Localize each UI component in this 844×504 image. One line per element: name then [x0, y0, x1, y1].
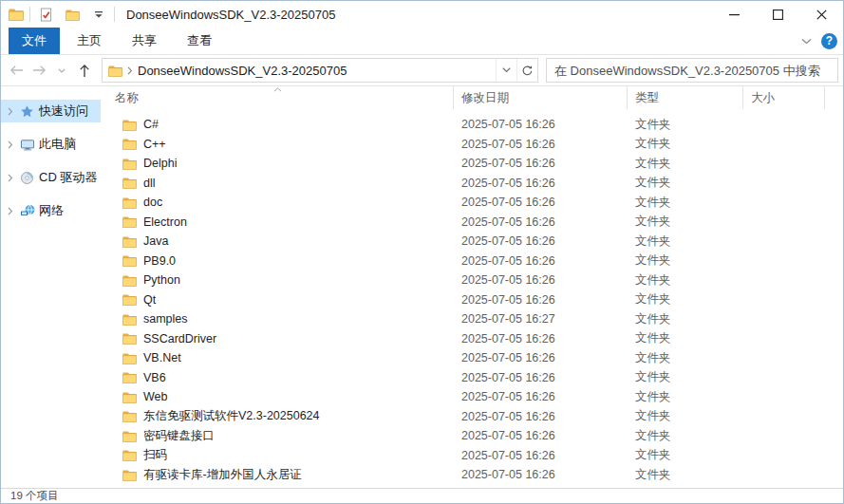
folder-icon	[122, 254, 137, 267]
expand-chevron-icon[interactable]	[6, 174, 15, 182]
network-icon	[19, 203, 35, 219]
sidebar-item[interactable]: 网络	[1, 199, 101, 222]
search-input[interactable]	[547, 64, 837, 78]
file-name: 密码键盘接口	[143, 428, 215, 444]
sidebar-item[interactable]: 此电脑	[1, 133, 101, 156]
folder-icon	[122, 215, 137, 228]
table-row[interactable]: Electron 2025-07-05 16:26 文件夹	[107, 213, 843, 233]
new-folder-icon[interactable]	[63, 5, 82, 24]
minimize-button[interactable]	[712, 1, 756, 28]
folder-icon	[122, 332, 137, 345]
folder-icon	[122, 449, 137, 461]
file-type: 文件夹	[628, 195, 743, 211]
file-rows: C# 2025-07-05 16:26 文件夹 C++ 2025-07-05 1…	[107, 109, 843, 488]
up-button[interactable]	[73, 59, 96, 82]
table-row[interactable]: doc 2025-07-05 16:26 文件夹	[107, 193, 843, 213]
this-pc-icon	[19, 137, 35, 153]
back-button[interactable]	[5, 59, 28, 82]
file-name: VB.Net	[143, 351, 181, 364]
titlebar-separator	[29, 7, 30, 22]
file-type: 文件夹	[628, 369, 743, 385]
sidebar-item[interactable]: CD 驱动器	[1, 166, 101, 189]
table-row[interactable]: PB9.0 2025-07-05 16:26 文件夹	[107, 252, 843, 271]
maximize-button[interactable]	[756, 1, 799, 28]
file-date-modified: 2025-07-05 16:26	[454, 468, 628, 481]
file-type: 文件夹	[628, 291, 743, 308]
folder-icon	[122, 235, 137, 248]
table-row[interactable]: Qt 2025-07-05 16:26 文件夹	[107, 290, 843, 310]
sidebar-item[interactable]: 快速访问	[1, 100, 101, 122]
table-row[interactable]: Delphi 2025-07-05 16:26 文件夹	[107, 154, 843, 174]
table-row[interactable]: SSCardDriver 2025-07-05 16:26 文件夹	[107, 329, 843, 349]
file-name: Java	[143, 234, 168, 248]
folder-icon	[122, 313, 137, 326]
title-bar: DonseeWindowsSDK_V2.3-20250705	[1, 1, 843, 28]
forward-button[interactable]	[28, 59, 50, 82]
file-type: 文件夹	[628, 156, 743, 172]
table-row[interactable]: VB6 2025-07-05 16:26 文件夹	[107, 368, 843, 388]
file-name: SSCardDriver	[143, 332, 216, 345]
properties-icon[interactable]	[36, 5, 55, 24]
table-row[interactable]: Python 2025-07-05 16:26 文件夹	[107, 271, 843, 290]
breadcrumb-folder-icon	[108, 65, 122, 77]
breadcrumb-segment[interactable]: DonseeWindowsSDK_V2.3-20250705	[138, 64, 347, 78]
file-type: 文件夹	[628, 428, 743, 444]
tab-file[interactable]: 文件	[9, 28, 60, 54]
file-date-modified: 2025-07-05 16:26	[454, 449, 628, 462]
explorer-window: DonseeWindowsSDK_V2.3-20250705 文件主页共享查看 …	[0, 0, 844, 504]
file-name: Electron	[143, 215, 187, 229]
table-row[interactable]: C# 2025-07-05 16:26 文件夹	[107, 115, 843, 135]
column-header-date[interactable]: 修改日期	[454, 86, 628, 109]
file-type: 文件夹	[628, 330, 743, 346]
file-date-modified: 2025-07-05 16:27	[454, 312, 628, 326]
folder-icon	[122, 430, 137, 442]
file-type: 文件夹	[628, 136, 743, 152]
file-name: Qt	[143, 293, 156, 307]
file-date-modified: 2025-07-05 16:26	[454, 118, 628, 131]
table-row[interactable]: 密码键盘接口 2025-07-05 16:26 文件夹	[107, 426, 843, 446]
file-type: 文件夹	[628, 467, 743, 483]
file-date-modified: 2025-07-05 16:26	[454, 351, 628, 364]
expand-chevron-icon[interactable]	[6, 107, 15, 116]
tab-view[interactable]: 查看	[174, 28, 225, 54]
file-name: PB9.0	[143, 254, 176, 268]
sidebar-item-label: 网络	[39, 202, 64, 219]
help-icon[interactable]: ?	[821, 33, 837, 49]
file-type: 文件夹	[628, 447, 743, 463]
table-row[interactable]: Web 2025-07-05 16:26 文件夹	[107, 387, 843, 407]
customize-toolbar-dropdown-icon[interactable]	[89, 5, 108, 24]
file-type: 文件夹	[628, 175, 743, 191]
file-name: C#	[143, 118, 159, 131]
file-date-modified: 2025-07-05 16:26	[454, 234, 628, 248]
table-row[interactable]: 东信免驱测试软件V2.3-20250624 2025-07-05 16:26 文…	[107, 407, 843, 427]
tab-share[interactable]: 共享	[119, 28, 170, 54]
close-button[interactable]	[799, 1, 843, 28]
expand-chevron-icon[interactable]	[6, 207, 15, 215]
file-name: 扫码	[143, 447, 167, 463]
table-row[interactable]: 扫码 2025-07-05 16:26 文件夹	[107, 446, 843, 466]
column-header-size[interactable]: 大小	[743, 86, 825, 109]
recent-locations-chevron-icon[interactable]	[50, 59, 73, 82]
table-row[interactable]: samples 2025-07-05 16:27 文件夹	[107, 309, 843, 329]
quick-access-toolbar	[36, 5, 108, 24]
table-row[interactable]: C++ 2025-07-05 16:26 文件夹	[107, 135, 843, 155]
address-dropdown-chevron-icon[interactable]	[496, 59, 516, 82]
table-row[interactable]: Java 2025-07-05 16:26 文件夹	[107, 232, 843, 252]
sidebar: 快速访问 此电脑 CD 驱动器 网络	[1, 86, 101, 488]
collapse-ribbon-chevron-icon[interactable]	[801, 38, 812, 45]
expand-chevron-icon[interactable]	[6, 140, 15, 149]
table-row[interactable]: 有驱读卡库-增加外国人永居证 2025-07-05 16:26 文件夹	[107, 465, 843, 485]
address-bar: DonseeWindowsSDK_V2.3-20250705	[102, 58, 538, 83]
tab-home[interactable]: 主页	[64, 28, 115, 54]
file-type: 文件夹	[628, 252, 743, 269]
table-row[interactable]: VB.Net 2025-07-05 16:26 文件夹	[107, 348, 843, 368]
item-count: 19 个项目	[10, 489, 59, 503]
breadcrumb[interactable]: DonseeWindowsSDK_V2.3-20250705	[103, 59, 496, 82]
folder-icon	[122, 119, 137, 131]
file-type: 文件夹	[628, 389, 743, 405]
refresh-icon[interactable]	[516, 59, 537, 82]
table-row[interactable]: dll 2025-07-05 16:26 文件夹	[107, 174, 843, 194]
column-header-type[interactable]: 类型	[628, 86, 743, 109]
file-date-modified: 2025-07-05 16:26	[454, 273, 628, 287]
file-date-modified: 2025-07-05 16:26	[454, 429, 628, 442]
